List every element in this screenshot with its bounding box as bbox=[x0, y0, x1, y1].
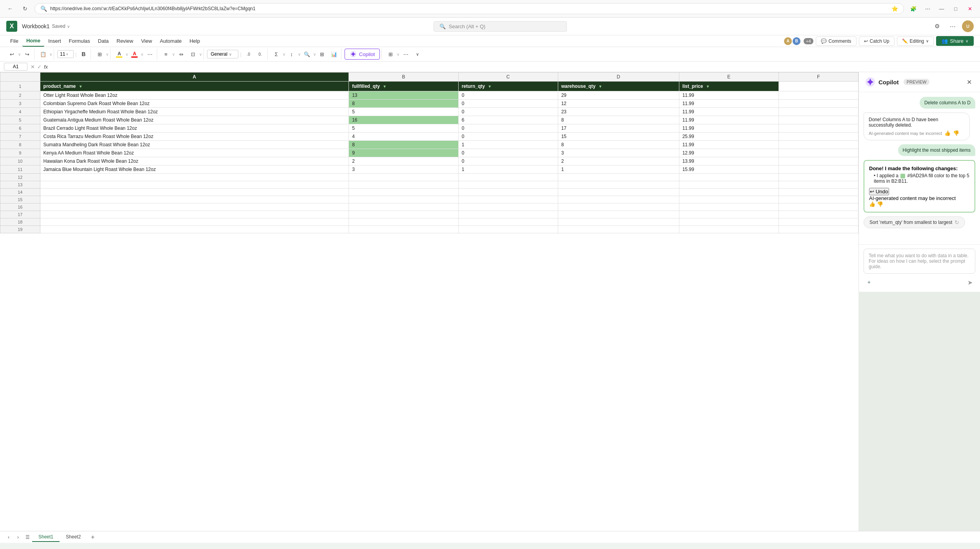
cell-return-qty[interactable]: 1 bbox=[458, 165, 558, 174]
filter-icon-warehouse[interactable]: ▼ bbox=[598, 84, 602, 89]
empty-cell[interactable] bbox=[458, 174, 558, 181]
find-button[interactable]: 🔍 bbox=[301, 49, 312, 60]
empty-cell[interactable] bbox=[779, 204, 858, 211]
sheet-tab-1[interactable]: Sheet1 bbox=[32, 533, 60, 542]
toolbar-expand-button[interactable]: ∨ bbox=[412, 49, 423, 60]
empty-cell[interactable] bbox=[558, 218, 679, 226]
cell-product-name[interactable]: Colombian Supremo Dark Roast Whole Bean … bbox=[40, 100, 349, 108]
borders-button[interactable]: ⊞ bbox=[94, 49, 105, 60]
cell-return-qty[interactable]: 0 bbox=[458, 149, 558, 157]
cell-warehouse-qty[interactable]: 17 bbox=[558, 124, 679, 133]
cell-fullfilled-qty[interactable]: 8 bbox=[349, 100, 458, 108]
confirm-formula-icon[interactable]: ✓ bbox=[37, 64, 42, 70]
address-bar[interactable]: 🔍 ⭐ bbox=[34, 3, 904, 14]
cell-list-price[interactable]: 11.99 bbox=[679, 116, 779, 124]
empty-cell[interactable] bbox=[349, 211, 458, 218]
empty-cell[interactable] bbox=[558, 211, 679, 218]
empty-cell[interactable] bbox=[40, 204, 349, 211]
cell-fullfilled-qty[interactable]: 4 bbox=[349, 133, 458, 141]
extra-options-button[interactable]: ⋯ bbox=[400, 49, 411, 60]
menu-help[interactable]: Help bbox=[185, 36, 204, 46]
col-header-f[interactable]: F bbox=[779, 73, 858, 82]
cell-warehouse-qty[interactable]: 23 bbox=[558, 108, 679, 116]
empty-cell[interactable] bbox=[349, 189, 458, 196]
cell-product-name[interactable]: Sumatra Mandheling Dark Roast Whole Bean… bbox=[40, 141, 349, 149]
send-button[interactable]: ➤ bbox=[964, 277, 975, 288]
cell-fullfilled-qty[interactable]: 9 bbox=[349, 149, 458, 157]
font-size-selector[interactable]: 11 ∨ bbox=[57, 50, 74, 58]
undo-button[interactable]: ↩ Undo bbox=[869, 188, 889, 195]
empty-cell[interactable] bbox=[779, 211, 858, 218]
menu-file[interactable]: File bbox=[6, 36, 22, 46]
empty-cell[interactable] bbox=[679, 174, 779, 181]
empty-cell[interactable] bbox=[779, 196, 858, 204]
col-header-c[interactable]: C bbox=[458, 73, 558, 82]
empty-cell[interactable] bbox=[779, 218, 858, 226]
cell-fullfilled-qty[interactable]: 5 bbox=[349, 124, 458, 133]
cell-warehouse-qty[interactable]: 15 bbox=[558, 133, 679, 141]
thumbs-down-2[interactable]: 👎 bbox=[877, 201, 883, 207]
cell-return-qty[interactable]: 0 bbox=[458, 124, 558, 133]
empty-cell[interactable] bbox=[779, 174, 858, 181]
empty-cell[interactable] bbox=[558, 189, 679, 196]
cell-list-price[interactable]: 11.99 bbox=[679, 91, 779, 100]
prompt-guide-button[interactable]: ✦ bbox=[864, 277, 875, 288]
empty-cell[interactable] bbox=[458, 218, 558, 226]
cell-warehouse-qty[interactable]: 1 bbox=[558, 165, 679, 174]
comments-button[interactable]: 💬 Comments bbox=[816, 36, 857, 46]
empty-cell[interactable] bbox=[679, 211, 779, 218]
col-header-b[interactable]: B bbox=[349, 73, 458, 82]
col-header-e[interactable]: E bbox=[679, 73, 779, 82]
filter-icon-return[interactable]: ▼ bbox=[488, 84, 492, 89]
empty-cell[interactable] bbox=[40, 174, 349, 181]
menu-review[interactable]: Review bbox=[113, 36, 137, 46]
empty-cell[interactable] bbox=[679, 189, 779, 196]
empty-cell[interactable] bbox=[679, 218, 779, 226]
number-format-dropdown[interactable]: General ∨ bbox=[207, 50, 238, 58]
menu-formulas[interactable]: Formulas bbox=[65, 36, 94, 46]
cell-return-qty[interactable]: 0 bbox=[458, 133, 558, 141]
empty-cell[interactable] bbox=[558, 174, 679, 181]
copilot-toolbar-button[interactable]: Copilot bbox=[345, 49, 380, 60]
sheets-menu-button[interactable]: ☰ bbox=[23, 533, 32, 542]
empty-cell[interactable] bbox=[679, 204, 779, 211]
sort-button[interactable]: ↕ bbox=[286, 49, 297, 60]
cell-list-price[interactable]: 11.99 bbox=[679, 124, 779, 133]
cell-fullfilled-qty[interactable]: 13 bbox=[349, 91, 458, 100]
cell-list-price[interactable]: 11.99 bbox=[679, 108, 779, 116]
cell-warehouse-qty[interactable]: 8 bbox=[558, 116, 679, 124]
col-header-d[interactable]: D bbox=[558, 73, 679, 82]
cell-list-price[interactable]: 15.99 bbox=[679, 165, 779, 174]
cell-product-name[interactable]: Otter Light Roast Whole Bean 12oz bbox=[40, 91, 349, 100]
cell-return-qty[interactable]: 0 bbox=[458, 100, 558, 108]
cell-product-name[interactable]: Costa Rica Tarrazu Medium Roast Whole Be… bbox=[40, 133, 349, 141]
font-color-button[interactable]: A bbox=[129, 49, 140, 60]
cell-warehouse-qty[interactable]: 3 bbox=[558, 149, 679, 157]
extensions-button[interactable]: 🧩 bbox=[908, 3, 919, 14]
empty-cell[interactable] bbox=[40, 189, 349, 196]
cell-fullfilled-qty[interactable]: 8 bbox=[349, 141, 458, 149]
header-product-name[interactable]: product_name ▼ bbox=[40, 82, 349, 91]
fill-color-button[interactable]: A bbox=[114, 49, 125, 60]
cell-list-price[interactable]: 11.99 bbox=[679, 141, 779, 149]
paste-button[interactable]: 📋 bbox=[38, 49, 49, 60]
formula-input[interactable] bbox=[51, 63, 976, 71]
add-sheet-button[interactable]: + bbox=[87, 532, 98, 542]
empty-cell[interactable] bbox=[558, 196, 679, 204]
empty-cell[interactable] bbox=[679, 226, 779, 233]
suggested-prompt[interactable]: Sort 'return_qty' from smallest to large… bbox=[864, 216, 965, 228]
cell-fullfilled-qty[interactable]: 3 bbox=[349, 165, 458, 174]
empty-cell[interactable] bbox=[458, 211, 558, 218]
cell-warehouse-qty[interactable]: 12 bbox=[558, 100, 679, 108]
cell-list-price[interactable]: 25.99 bbox=[679, 133, 779, 141]
cell-list-price[interactable]: 11.99 bbox=[679, 100, 779, 108]
empty-cell[interactable] bbox=[349, 204, 458, 211]
merge-button[interactable]: ⊡ bbox=[187, 49, 198, 60]
col-header-a[interactable]: A bbox=[40, 73, 349, 82]
empty-cell[interactable] bbox=[679, 181, 779, 189]
chart-button[interactable]: 📊 bbox=[328, 49, 339, 60]
cell-reference-box[interactable]: A1 bbox=[4, 63, 27, 71]
url-input[interactable] bbox=[50, 6, 888, 11]
catchup-button[interactable]: ↩ Catch Up bbox=[859, 36, 895, 46]
empty-cell[interactable] bbox=[349, 181, 458, 189]
